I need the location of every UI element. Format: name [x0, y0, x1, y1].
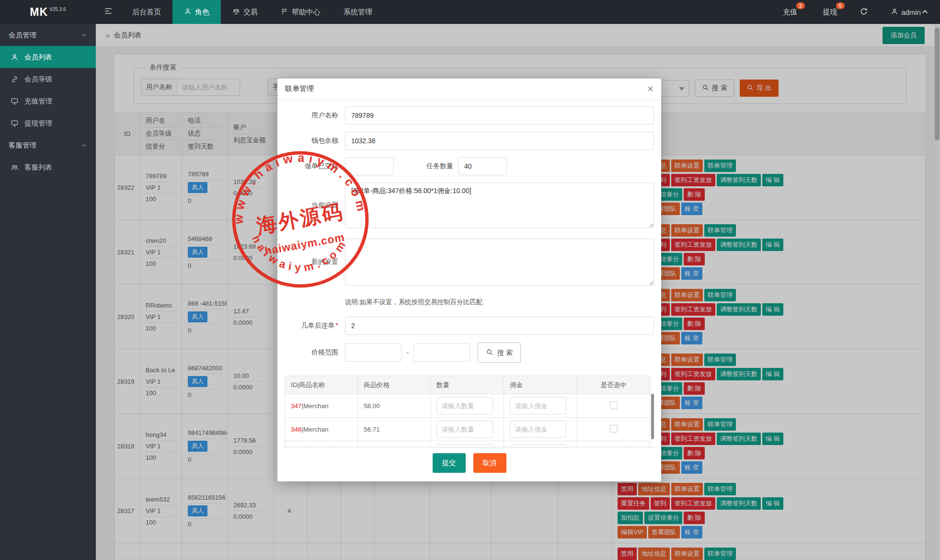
new-setting-label: 新的设置	[285, 258, 338, 266]
chain-after-field[interactable]	[345, 317, 654, 335]
product-price	[358, 441, 431, 448]
nav-item-label: 系统管理	[344, 8, 372, 17]
nav-item[interactable]: 角色	[172, 0, 221, 24]
current-setting-label: 当前设置	[285, 201, 338, 210]
sidebar-label: 会员管理	[9, 31, 36, 40]
username-field[interactable]	[345, 106, 654, 125]
chevron-down-icon	[80, 32, 87, 38]
product-column-header: ID|商品名称	[285, 376, 358, 394]
product-name: 346|Merchan	[285, 418, 358, 441]
sidebar-label: 提现管理	[24, 119, 52, 128]
nav-item[interactable]: 交易	[221, 0, 269, 24]
product-row: 347|Merchan58.00	[285, 394, 650, 418]
modal-search-icon	[486, 348, 493, 357]
nav-item-label: 后台首页	[132, 8, 161, 17]
product-table-scrollbar[interactable]	[651, 394, 654, 439]
cancel-button[interactable]: 取消	[473, 453, 506, 473]
required-asterisk: *	[336, 321, 338, 329]
nav-item-label: 帮助中心	[292, 8, 321, 17]
sidebar-toggle-button[interactable]	[96, 0, 121, 24]
price-min-input[interactable]	[345, 343, 401, 362]
recharge-menu-item[interactable]: 充值 2	[770, 0, 810, 24]
submit-button[interactable]: 提交	[433, 453, 466, 473]
sidebar-group[interactable]: 客服管理	[0, 134, 96, 156]
commission-input[interactable]	[510, 397, 566, 414]
balance-field-label: 钱包余额	[285, 137, 338, 145]
current-setting-textarea[interactable]: [第2单-商品:347价格:58.00*1佣金:10.00]	[345, 183, 654, 228]
person-icon	[184, 8, 192, 17]
sidebar-item[interactable]: 会员列表	[0, 46, 96, 68]
top-navbar: MK V25.3.6 后台首页角色交易帮助中心系统管理 充值 2 提现 5 ad…	[0, 0, 940, 24]
product-column-header: 数量	[431, 376, 504, 394]
qty-input[interactable]	[436, 397, 493, 414]
sidebar-item[interactable]: 提现管理	[0, 112, 96, 134]
withdraw-badge: 5	[836, 2, 845, 9]
product-qty-cell	[431, 418, 504, 441]
product-price: 56.71	[358, 418, 431, 441]
sidebar-label: 会员列表	[24, 53, 52, 62]
recharge-label: 充值	[783, 8, 797, 17]
app-logo: MK V25.3.6	[0, 0, 96, 24]
hamburger-icon	[103, 6, 113, 18]
sidebar-group[interactable]: 会员管理	[0, 24, 96, 46]
modal-header: 联单管理 ×	[277, 79, 661, 100]
current-setting-row: 当前设置 [第2单-商品:347价格:58.00*1佣金:10.00]	[285, 183, 654, 228]
product-name	[285, 441, 358, 448]
sidebar-label: 充值管理	[24, 97, 52, 106]
product-table-body: 347|Merchan58.00346|Merchan56.71	[285, 394, 650, 448]
wallet-balance-field[interactable]	[345, 132, 654, 150]
withdraw-menu-item[interactable]: 提现 5	[810, 0, 849, 24]
flag-icon	[281, 8, 288, 17]
setting-note: 说明:如果不设置，系统按照交易控制百分比匹配	[345, 298, 654, 307]
modal-search-label: 搜 索	[497, 348, 513, 357]
sidebar-item[interactable]: 会员等级	[0, 68, 96, 90]
user-menu[interactable]: admin	[878, 0, 940, 24]
main-menu: 后台首页角色交易帮助中心系统管理	[121, 0, 384, 24]
logo-text: MK	[30, 6, 48, 19]
nav-item[interactable]: 系统管理	[332, 0, 384, 24]
task-count-field[interactable]	[458, 157, 507, 175]
product-column-header: 是否选中	[577, 376, 650, 394]
product-commission-cell	[504, 394, 577, 418]
new-setting-textarea[interactable]	[345, 239, 654, 286]
commission-input[interactable]	[510, 444, 566, 447]
person-icon	[11, 53, 19, 61]
modal-body: 用户名称 钱包余额 做单已完成 任务数量 当前设置 [第2单-商品:347价格:…	[277, 100, 661, 473]
qty-input[interactable]	[436, 444, 493, 447]
nav-item[interactable]: 帮助中心	[269, 0, 332, 24]
nav-item[interactable]: 后台首页	[121, 0, 172, 24]
commission-input[interactable]	[510, 421, 566, 438]
sidebar-item[interactable]: 客服列表	[0, 156, 96, 178]
nav-item-label: 角色	[195, 8, 209, 17]
product-row	[285, 441, 650, 448]
link-icon	[11, 75, 19, 83]
monitor-icon	[11, 119, 19, 127]
product-id: 346	[291, 426, 302, 433]
modal-search-button[interactable]: 搜 索	[478, 343, 521, 363]
price-range-row: 价格范围 - 搜 索	[285, 343, 654, 363]
new-setting-row: 新的设置	[285, 239, 654, 286]
sidebar-item[interactable]: 充值管理	[0, 90, 96, 112]
orders-done-field[interactable]	[345, 157, 394, 175]
product-id: 347	[291, 402, 302, 410]
people-icon	[11, 163, 19, 171]
product-column-header: 佣金	[504, 376, 577, 394]
product-qty-cell	[431, 441, 504, 448]
scales-icon	[232, 8, 240, 17]
close-icon[interactable]: ×	[647, 84, 653, 94]
product-commission-cell	[504, 441, 577, 448]
refresh-button[interactable]	[849, 0, 878, 24]
monitor-icon	[11, 97, 19, 105]
select-checkbox[interactable]	[610, 425, 618, 433]
select-checkbox[interactable]	[610, 401, 618, 409]
refresh-icon	[860, 7, 868, 17]
sidebar-label: 客服列表	[24, 163, 52, 172]
product-title: |Merchan	[302, 402, 329, 410]
price-max-input[interactable]	[413, 343, 470, 362]
withdraw-label: 提现	[823, 8, 837, 17]
product-select-cell	[577, 441, 650, 448]
product-select-cell	[577, 418, 650, 441]
chain-field-label: 几单后连单*	[285, 321, 338, 330]
qty-input[interactable]	[436, 421, 493, 438]
product-select-cell	[577, 394, 650, 418]
